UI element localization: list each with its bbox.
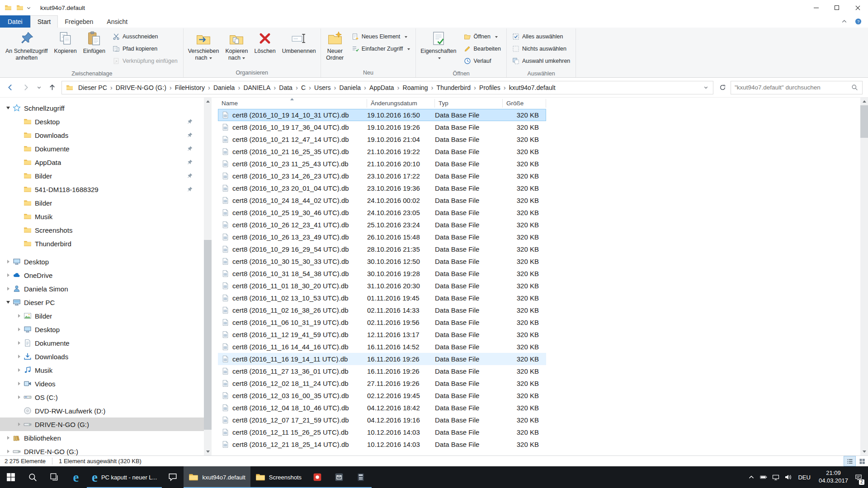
file-row[interactable]: cert8 (2016_12_07 17_21_59 UTC).db04.12.… [218, 414, 546, 426]
sidebar-item-daniela-simon[interactable]: Daniela Simon [0, 282, 204, 296]
breadcrumb-chevron-icon[interactable]: › [110, 84, 113, 91]
sidebar-item-dokumente[interactable]: Dokumente [0, 142, 204, 155]
sidebar-item-bibliotheken[interactable]: Bibliotheken [0, 431, 204, 445]
ribbon-button-pfad-kopieren[interactable]: Pfad kopieren [109, 43, 181, 54]
taskbar-pc-kaputt-neuer-l-button[interactable]: ePC kaputt - neuer L... [87, 466, 162, 488]
file-row[interactable]: cert8 (2016_10_21 16_25_35 UTC).db21.10.… [218, 145, 546, 158]
file-row[interactable]: cert8 (2016_11_16 14_44_16 UTC).db16.11.… [218, 341, 546, 353]
sidebar-item-dieser-pc[interactable]: Dieser PC [0, 296, 204, 309]
column-header-aenderungsdatum[interactable]: Änderungsdatum [367, 98, 435, 109]
scroll-down-arrow-icon[interactable] [860, 448, 868, 455]
file-row[interactable]: cert8 (2016_10_30 15_30_33 UTC).db30.10.… [218, 255, 546, 267]
file-row[interactable]: cert8 (2016_10_26 13_23_49 UTC).db26.10.… [218, 231, 546, 243]
edge-button[interactable]: e [65, 466, 87, 488]
file-row[interactable]: cert8 (2016_11_01 18_30_20 UTC).db31.10.… [218, 280, 546, 292]
file-row[interactable]: cert8 (2016_11_16 19_14_11 UTC).db16.11.… [218, 353, 546, 365]
sidebar-item-bilder[interactable]: Bilder [0, 309, 204, 323]
network-icon[interactable] [769, 466, 782, 488]
expander-right-icon[interactable] [4, 282, 13, 296]
file-row[interactable]: cert8 (2016_10_26 12_23_41 UTC).db25.10.… [218, 219, 546, 231]
breadcrumb-chevron-icon[interactable]: › [295, 84, 298, 91]
expander-right-icon[interactable] [14, 309, 24, 323]
ribbon-button-verlauf[interactable]: Verlauf [461, 56, 504, 66]
action-center-button[interactable]: 2 [852, 466, 864, 488]
sidebar-item-bilder[interactable]: Bilder [0, 169, 204, 183]
breadcrumb-item-users[interactable]: Users [311, 84, 334, 91]
ribbon-button-kopieren[interactable]: Kopieren [51, 28, 80, 68]
ribbon-button-umbenennen[interactable]: Umbenennen [279, 28, 319, 68]
ribbon-collapse-icon[interactable] [841, 18, 848, 25]
column-header-typ[interactable]: Typ [435, 98, 503, 109]
breadcrumb-chevron-icon[interactable]: › [431, 84, 434, 91]
file-row[interactable]: cert8 (2016_11_02 16_38_26 UTC).db02.11.… [218, 304, 546, 316]
sidebar-item-schnellzugriff[interactable]: Schnellzugriff [0, 101, 204, 115]
ribbon-button-an-schnellzugriff-anheften[interactable]: An Schnellzugriffanheften [2, 28, 51, 68]
ribbon-button-nichts-auswaehlen[interactable]: Nichts auswählen [509, 43, 573, 54]
taskbar-calc-button[interactable] [350, 466, 372, 488]
breadcrumb-chevron-icon[interactable]: › [308, 84, 311, 91]
ribbon-button-neues-element[interactable]: Neues Element [349, 31, 413, 42]
breadcrumb-chevron-icon[interactable]: › [237, 84, 241, 91]
hidden-icons-chevron-icon[interactable] [745, 466, 757, 488]
sidebar-item-downloads[interactable]: Downloads [0, 128, 204, 142]
ribbon-button-oeffnen[interactable]: Öffnen [461, 31, 504, 42]
file-row[interactable]: cert8 (2016_10_23 11_25_43 UTC).db21.10.… [218, 158, 546, 170]
breadcrumb-chevron-icon[interactable]: › [503, 84, 506, 91]
sidebar-item-bilder[interactable]: Bilder [0, 196, 204, 210]
task-view-button[interactable] [43, 466, 65, 488]
expander-right-icon[interactable] [14, 350, 24, 363]
breadcrumb-item-thunderbird[interactable]: Thunderbird [434, 84, 474, 91]
breadcrumb-item-appdata[interactable]: AppData [367, 84, 396, 91]
refresh-button[interactable] [716, 81, 729, 94]
breadcrumb-chevron-icon[interactable]: › [208, 84, 211, 91]
ribbon-button-loeschen[interactable]: Löschen [251, 28, 278, 68]
quick-access-toolbar-icon[interactable] [16, 4, 24, 11]
file-row[interactable]: cert8 (2016_10_19 14_10_31 UTC).db19.10.… [218, 109, 546, 121]
breadcrumb-chevron-icon[interactable]: › [273, 84, 276, 91]
close-button[interactable] [847, 0, 868, 15]
tab-freigeben[interactable]: Freigeben [58, 15, 100, 28]
file-row[interactable]: cert8 (2016_10_31 18_54_38 UTC).db30.10.… [218, 267, 546, 280]
sidebar-item-desktop[interactable]: Desktop [0, 323, 204, 336]
column-header-name[interactable]: Name [218, 98, 367, 109]
sidebar-item-onedrive[interactable]: OneDrive [0, 268, 204, 282]
file-row[interactable]: cert8 (2016_12_02 18_11_24 UTC).db27.11.… [218, 377, 546, 389]
sidebar-scrollbar[interactable] [204, 98, 212, 455]
sidebar-item-videos[interactable]: Videos [0, 377, 204, 390]
expander-right-icon[interactable] [4, 255, 13, 268]
search-input[interactable] [731, 84, 847, 91]
sidebar-item-drive-n-go-g[interactable]: DRIVE-N-GO (G:) [0, 418, 204, 431]
expander-right-icon[interactable] [4, 445, 13, 455]
address-field[interactable]: Dieser PC›DRIVE-N-GO (G:)›FileHistory›Da… [61, 81, 713, 94]
breadcrumb-item-daniela[interactable]: DANIELA [241, 84, 273, 91]
ribbon-button-neuer-ordner[interactable]: NeuerOrdner [322, 28, 348, 68]
sidebar-item-dvd-rw-laufwerk-d[interactable]: DVD-RW-Laufwerk (D:) [0, 404, 204, 418]
breadcrumb-item-drive-n-go-g[interactable]: DRIVE-N-GO (G:) [113, 84, 169, 91]
ribbon-button-alles-auswaehlen[interactable]: Alles auswählen [509, 31, 573, 42]
expander-right-icon[interactable] [14, 336, 24, 350]
taskbar-search-button[interactable] [22, 466, 43, 488]
sidebar-item-musik[interactable]: Musik [0, 210, 204, 223]
breadcrumb-chevron-icon[interactable]: › [363, 84, 367, 91]
sidebar-item-541-dm118-1688329[interactable]: 541-DM118-1688329 [0, 183, 204, 196]
sidebar-item-appdata[interactable]: AppData [0, 155, 204, 169]
file-row[interactable]: cert8 (2016_10_19 17_36_04 UTC).db19.10.… [218, 121, 546, 133]
ribbon-button-eigenschaften[interactable]: Eigenschaften [417, 28, 459, 68]
scroll-down-arrow-icon[interactable] [204, 448, 212, 455]
file-row[interactable]: cert8 (2016_11_12 19_41_59 UTC).db12.11.… [218, 328, 546, 341]
file-row[interactable]: cert8 (2016_11_02 13_10_53 UTC).db01.11.… [218, 292, 546, 304]
file-row[interactable]: cert8 (2016_10_29 16_29_54 UTC).db28.10.… [218, 243, 546, 255]
file-row[interactable]: cert8 (2016_10_23 14_26_23 UTC).db23.10.… [218, 170, 546, 182]
file-row[interactable]: cert8 (2016_11_27 13_36_01 UTC).db16.11.… [218, 365, 546, 377]
breadcrumb-item-c[interactable]: C [298, 84, 308, 91]
breadcrumb-chevron-icon[interactable]: › [397, 84, 400, 91]
expander-down-icon[interactable] [4, 296, 13, 309]
breadcrumb-item-roaming[interactable]: Roaming [400, 84, 431, 91]
breadcrumb-item-profiles[interactable]: Profiles [476, 84, 503, 91]
qat-customize-caret-icon[interactable] [26, 5, 31, 10]
sidebar-item-dokumente[interactable]: Dokumente [0, 336, 204, 350]
scroll-up-arrow-icon[interactable] [860, 98, 868, 105]
ribbon-button-auswahl-umkehren[interactable]: Auswahl umkehren [509, 56, 573, 66]
keyboard-language[interactable]: DEU [794, 474, 814, 481]
battery-icon[interactable] [757, 466, 769, 488]
